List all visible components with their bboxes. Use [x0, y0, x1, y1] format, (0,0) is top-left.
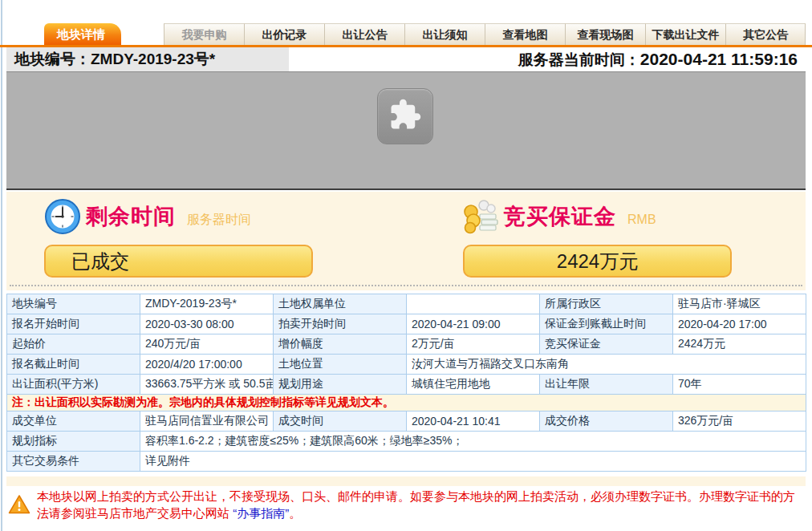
parcel-number-value: ZMDY-2019-23号*: [91, 51, 215, 67]
field-label: 成交价格: [540, 411, 673, 432]
tab-view-site-photo[interactable]: 查看现场图: [565, 23, 645, 45]
land-parcel-detail-page: 地块详情 我要申购 出价记录 出让公告 出让须知 查看地图 查看现场图 下载出让…: [0, 0, 812, 531]
field-value: 70年: [673, 375, 806, 395]
deposit-panel: 竞买保证金 RMB 2424万元: [406, 192, 806, 290]
field-label: 出让面积(平方米): [7, 375, 140, 395]
field-value: 驻马店市·驿城区: [673, 294, 806, 314]
status-section: 剩余时间 服务器时间 已成交: [6, 192, 806, 290]
field-label: 竞买保证金: [540, 334, 673, 355]
field-value: 详见附件: [140, 452, 806, 472]
tab-transfer-notice[interactable]: 出让须知: [404, 23, 485, 45]
table-row: 其它交易条件 详见附件: [7, 452, 806, 472]
table-row: 出让面积(平方米) 33663.75平方米 或 50.5亩 规划用途 城镇住宅用…: [7, 375, 806, 395]
warning-text-before: 本地块以网上拍卖的方式公开出让，不接受现场、口头、邮件的申请。如要参与本地块的网…: [37, 489, 795, 520]
table-row: 起始价 240万元/亩 增价幅度 2万元/亩 竞买保证金 2424万元: [7, 334, 806, 355]
deal-status-display: 已成交: [44, 245, 313, 278]
field-label: 规划指标: [7, 432, 140, 452]
field-label: 增价幅度: [274, 334, 407, 355]
field-label: 报名开始时间: [7, 314, 140, 334]
table-row: 地块编号 ZMDY-2019-23号* 土地权属单位 所属行政区 驻马店市·驿城…: [7, 294, 806, 314]
field-value: 容积率1.6-2.2；建筑密度≤25%；建筑限高60米；绿地率≥35%；: [140, 432, 806, 452]
dotted-divider: [10, 285, 802, 286]
remaining-time-title: 剩余时间: [86, 202, 176, 231]
server-time-caption: 服务器时间: [187, 205, 251, 229]
warning-text-after: 。: [289, 506, 301, 520]
field-value: ZMDY-2019-23号*: [140, 294, 274, 314]
clock-icon: [44, 198, 81, 235]
table-row: 规划指标 容积率1.6-2.2；建筑密度≤25%；建筑限高60米；绿地率≥35%…: [7, 432, 806, 452]
warning-text: 本地块以网上拍卖的方式公开出让，不接受现场、口头、邮件的申请。如要参与本地块的网…: [37, 488, 806, 521]
field-label: 地块编号: [7, 294, 140, 314]
field-value: 汝河大道与万福路交叉口东南角: [407, 355, 806, 375]
deposit-title: 竞买保证金: [504, 202, 616, 231]
service-guide-link[interactable]: “办事指南”: [233, 506, 289, 520]
field-label: 出让年限: [540, 375, 673, 395]
table-row: 成交单位 驻马店同信置业有限公司 成交时间 2020-04-21 10:41 成…: [7, 411, 806, 432]
field-label: 所属行政区: [540, 294, 673, 314]
field-value: 2020-04-20 17:00: [673, 314, 806, 334]
puzzle-icon: [388, 98, 422, 135]
top-navigation: 地块详情 我要申购 出价记录 出让公告 出让须知 查看地图 查看现场图 下载出让…: [6, 0, 806, 45]
field-label: 土地权属单位: [274, 294, 407, 314]
field-value: 2020-04-21 10:41: [407, 411, 540, 432]
field-label: 成交时间: [274, 411, 407, 432]
field-value: 2万元/亩: [407, 334, 540, 355]
tab-parcel-detail[interactable]: 地块详情: [44, 23, 121, 45]
field-label: 成交单位: [7, 411, 140, 432]
field-label: 其它交易条件: [7, 452, 140, 472]
server-time: 服务器当前时间：2020-04-21 11:59:16: [518, 47, 806, 71]
field-label: 规划用途: [274, 375, 407, 395]
money-icon: [462, 198, 499, 235]
bottom-cream-strip: [6, 476, 806, 486]
table-row: 报名截止时间 2020/4/20 17:00:00 土地位置 汝河大道与万福路交…: [7, 355, 806, 375]
field-value: 33663.75平方米 或 50.5亩: [140, 375, 274, 395]
remaining-time-panel: 剩余时间 服务器时间 已成交: [6, 192, 406, 290]
deposit-amount-display: 2424万元: [463, 245, 732, 278]
tab-download-transfer-files[interactable]: 下载出让文件: [645, 23, 725, 45]
parcel-details-table: 地块编号 ZMDY-2019-23号* 土地权属单位 所属行政区 驻马店市·驿城…: [6, 294, 806, 472]
tab-view-map[interactable]: 查看地图: [485, 23, 565, 45]
field-label: 土地位置: [274, 355, 407, 375]
field-label: 报名截止时间: [7, 355, 140, 375]
deposit-currency-caption: RMB: [627, 206, 656, 227]
missing-plugin-tile: [377, 88, 433, 144]
table-row: 报名开始时间 2020-03-30 08:00 拍卖开始时间 2020-04-2…: [7, 314, 806, 334]
field-value: 2020/4/20 17:00:00: [140, 355, 274, 375]
server-time-value: 2020-04-21 11:59:16: [640, 50, 798, 68]
field-value: 2020-04-21 09:00: [407, 314, 540, 334]
info-bar: 地块编号：ZMDY-2019-23号* 服务器当前时间：2020-04-21 1…: [6, 47, 806, 71]
field-value: 2424万元: [673, 334, 806, 355]
field-value: 城镇住宅用地地: [407, 375, 540, 395]
tab-apply[interactable]: 我要申购: [164, 23, 244, 45]
tab-bar: 我要申购 出价记录 出让公告 出让须知 查看地图 查看现场图 下载出让文件 其它…: [164, 23, 806, 45]
field-value: 326万元/亩: [673, 411, 806, 432]
field-label: 保证金到账截止时间: [540, 314, 673, 334]
area-note: 注：出让面积以实际勘测为准。宗地内的具体规划控制指标等详见规划文本。: [7, 395, 806, 411]
field-label: 拍卖开始时间: [274, 314, 407, 334]
tab-other-announcements[interactable]: 其它公告: [725, 23, 806, 45]
tab-bid-records[interactable]: 出价记录: [244, 23, 324, 45]
tab-transfer-announcement[interactable]: 出让公告: [324, 23, 404, 45]
field-value: 驻马店同信置业有限公司: [140, 411, 274, 432]
field-label: 起始价: [7, 334, 140, 355]
parcel-image-placeholder: [6, 71, 806, 190]
field-value: 240万元/亩: [140, 334, 274, 355]
server-time-label: 服务器当前时间：: [518, 51, 640, 68]
field-value: [407, 294, 540, 314]
parcel-number-label: 地块编号：: [14, 51, 91, 67]
table-note-row: 注：出让面积以实际勘测为准。宗地内的具体规划控制指标等详见规划文本。: [7, 395, 806, 411]
warning-triangle-icon: [8, 494, 30, 515]
auction-warning: 本地块以网上拍卖的方式公开出让，不接受现场、口头、邮件的申请。如要参与本地块的网…: [6, 488, 806, 521]
field-value: 2020-03-30 08:00: [140, 314, 274, 334]
parcel-number: 地块编号：ZMDY-2019-23号*: [6, 47, 289, 71]
